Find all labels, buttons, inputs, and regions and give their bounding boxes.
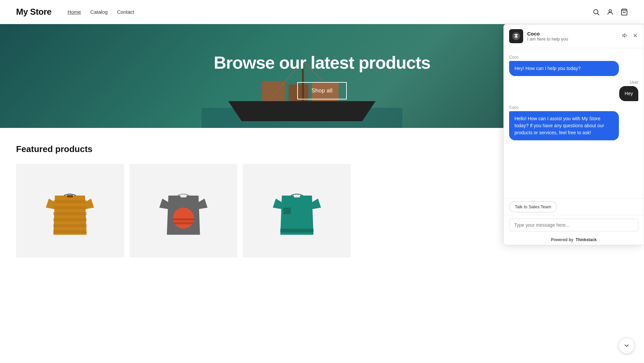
chat-messages: Coco Hey! How can I help you today? User… bbox=[504, 48, 644, 198]
header-icons bbox=[592, 8, 628, 16]
user-icon bbox=[607, 8, 614, 16]
chat-header: Coco I am here to help you bbox=[504, 24, 644, 48]
svg-point-0 bbox=[594, 9, 598, 14]
svg-rect-12 bbox=[54, 206, 87, 209]
product-card-2[interactable] bbox=[130, 164, 238, 258]
nav-contact[interactable]: Contact bbox=[117, 9, 135, 15]
coco-avatar-icon bbox=[511, 31, 521, 41]
message-3: Coco Hello! How can I assist you with My… bbox=[509, 105, 638, 140]
svg-rect-20 bbox=[173, 218, 194, 221]
cart-icon bbox=[621, 8, 628, 16]
main-nav: Home Catalog Contact bbox=[68, 9, 134, 15]
close-icon bbox=[632, 32, 638, 39]
message-1-bubble: Hey! How can I help you today? bbox=[509, 61, 619, 76]
message-1-label: Coco bbox=[509, 55, 638, 60]
hero-content: Browse our latest products Shop all bbox=[214, 53, 430, 99]
search-icon bbox=[592, 8, 600, 16]
chat-input-area bbox=[504, 215, 644, 235]
chat-agent-name: Coco bbox=[527, 31, 622, 37]
nav-home[interactable]: Home bbox=[68, 9, 81, 15]
svg-point-26 bbox=[514, 35, 515, 37]
svg-rect-24 bbox=[280, 229, 313, 232]
chat-agent-info: Coco I am here to help you bbox=[527, 31, 622, 42]
svg-rect-16 bbox=[54, 230, 87, 233]
chat-powered-by: Powered by Thinkstack bbox=[504, 235, 644, 245]
chat-agent-subtitle: I am here to help you bbox=[527, 37, 622, 42]
svg-rect-17 bbox=[67, 195, 73, 197]
products-grid bbox=[16, 164, 351, 258]
product-image-1 bbox=[40, 180, 100, 241]
svg-rect-18 bbox=[180, 195, 186, 197]
message-3-bubble: Hello! How can I assist you with My Stor… bbox=[509, 111, 619, 140]
svg-marker-28 bbox=[623, 34, 625, 38]
svg-line-1 bbox=[597, 13, 599, 15]
user-button[interactable] bbox=[607, 8, 614, 16]
chat-widget: Coco I am here to help you Coco Hey! How… bbox=[503, 24, 644, 245]
powered-by-prefix: Powered by bbox=[551, 237, 573, 242]
search-button[interactable] bbox=[592, 8, 600, 16]
store-logo: My Store bbox=[16, 7, 52, 17]
chat-avatar bbox=[509, 29, 523, 43]
cart-button[interactable] bbox=[621, 8, 628, 16]
svg-rect-23 bbox=[283, 208, 291, 214]
chat-message-input[interactable] bbox=[509, 219, 638, 231]
site-header: My Store Home Catalog Contact bbox=[0, 0, 644, 24]
product-image-3 bbox=[267, 180, 327, 241]
chat-mute-button[interactable] bbox=[622, 32, 628, 40]
chat-close-button[interactable] bbox=[632, 32, 638, 40]
svg-rect-14 bbox=[54, 218, 87, 221]
message-2-label: User bbox=[630, 80, 638, 85]
chat-actions: Talk to Sales Team bbox=[504, 198, 644, 215]
svg-rect-11 bbox=[54, 200, 87, 203]
volume-icon bbox=[622, 32, 628, 39]
svg-rect-15 bbox=[54, 224, 87, 227]
svg-rect-22 bbox=[294, 195, 300, 197]
message-1: Coco Hey! How can I help you today? bbox=[509, 55, 638, 76]
nav-catalog[interactable]: Catalog bbox=[90, 9, 108, 15]
product-image-2 bbox=[153, 180, 214, 241]
message-2: User Hey bbox=[509, 80, 638, 101]
product-card-3[interactable] bbox=[243, 164, 351, 258]
powered-by-brand: Thinkstack bbox=[576, 237, 597, 242]
sales-team-button[interactable]: Talk to Sales Team bbox=[509, 201, 557, 212]
chat-header-actions bbox=[622, 32, 638, 40]
svg-rect-13 bbox=[54, 212, 87, 215]
hero-title: Browse our latest products bbox=[214, 53, 430, 73]
svg-point-2 bbox=[609, 9, 611, 12]
svg-point-27 bbox=[517, 35, 518, 37]
shop-all-button[interactable]: Shop all bbox=[297, 82, 346, 99]
svg-rect-21 bbox=[173, 222, 194, 224]
message-3-label: Coco bbox=[509, 105, 638, 110]
product-card-1[interactable] bbox=[16, 164, 124, 258]
message-2-bubble: Hey bbox=[619, 86, 638, 101]
